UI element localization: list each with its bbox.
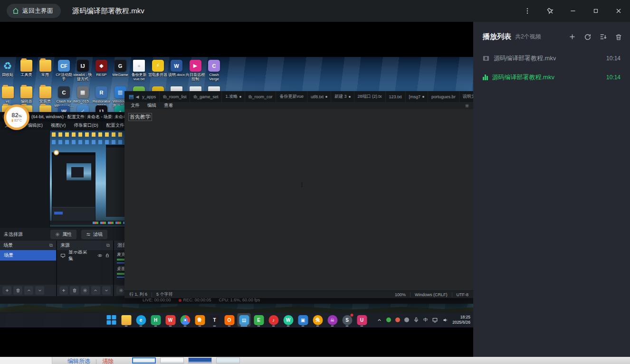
taskbar-icon-start [105,313,118,327]
obs-menu-item: 视图(V) [51,122,66,129]
maximize-button[interactable] [584,0,607,22]
taskbar-icon-chrome [179,313,192,327]
obs-no-source-label: 未选择源 [4,231,23,238]
notepad-tab: y_apps [139,91,160,102]
playlist-panel: 播放列表 共2个视频 源码编译部署教程.mkv10:14源码编译部署教程.mkv… [473,22,630,357]
line-ending: Windows (CRLF) [415,292,448,297]
notepad-statusbar: 行 1, 列 6 5 个字符 100% Windows (CRLF) UTF-8 [124,290,473,298]
desktop-icon-label: 向日葵远程控制 [186,73,205,82]
taskbar-icon-app-dark: T [208,313,221,327]
playlist-item[interactable]: 源码编译部署教程.mkv10:14 [473,49,630,68]
monitor-icon [60,253,66,258]
taskbar-icon-photos: ▣ [296,313,310,327]
sort-playlist-button[interactable] [599,33,607,41]
close-button[interactable] [607,0,630,22]
edge-icon: e [136,315,146,325]
obs-live-status: LIVE: 00:00:00 [143,298,171,302]
notepad-text: 首先教学 [128,113,152,121]
desktop-icon-doc-icon: ≡ [133,60,145,72]
desktop-icon: CClash for Windows… [55,86,74,108]
thumbnail[interactable] [188,357,212,364]
tray-gray-icon [404,317,409,322]
notepad-tabbar: ▤ ◀ y_appstb_room_listtb_game_set1.攻略tb_… [124,91,473,102]
desktop-icon-label: 安装类 [36,99,55,103]
desktop-icon-app-icon: W [171,60,182,72]
taskbar-icon-app-green: E [252,313,266,327]
playlist-item-duration: 10:14 [606,55,620,62]
running-indicator [228,326,231,327]
desktop-icon: vs [0,86,17,103]
clear-button[interactable]: 清除 [102,357,114,364]
back-to-main-button[interactable]: 返回主界面 [7,4,61,18]
clear-playlist-button[interactable] [615,33,622,41]
obs-scene-item: 场景 [0,250,56,261]
desktop-icon: ≡备份更新vue.txt [130,60,149,82]
desktop-icon-label: IMG_015… [73,99,92,103]
sort-icon [599,33,607,41]
pin-button[interactable] [539,0,562,22]
mini-obs-window [52,152,95,222]
notepad-menu-item: 文件 [131,103,140,109]
home-icon [12,8,19,14]
desktop-icon: CClash Verge [205,60,224,82]
edit-selected-button[interactable]: 编辑所选 [67,357,90,364]
video-frame: ♻回收站工具类常用CFCF活动助手IJidea64 - 快捷方式◆RESPGWe… [0,57,473,327]
taskbar-icon-app-h-green: H [149,313,162,327]
desktop-icon: ⚡雷电多开器 [148,60,167,77]
notification-dot [351,314,353,317]
obs-title-text: (64-bit, windows) - 配置文件: 未命名 - 场景: 未命名 [31,114,127,120]
notepad-tab: utf8.txt [307,91,331,102]
desktop-icon-folder-icon [20,86,32,98]
zoom-level: 100% [395,292,406,297]
windows-start-icon [107,315,116,325]
desktop-icon: 安装类 [36,86,55,103]
running-indicator [302,326,305,327]
notepad-tab: 28端口 (2).tx [354,91,386,102]
obs-source-item: 显示器采集 [57,250,113,261]
taskbar-icon-app-purple: ☠ [326,313,339,327]
desktop-icon-app-icon: C [58,86,70,98]
desktop-icon-label: Clash Verge [205,73,224,82]
tray-volume-icon [442,317,449,323]
taskbar-icon-app-red-circle: ♪ [267,313,280,327]
minimize-button[interactable] [562,0,584,22]
more-menu-button[interactable] [516,0,539,22]
desktop-icon-label: CF活动助手 [55,73,74,82]
source-down-button [102,286,111,295]
running-indicator [154,326,157,327]
steam-icon: S [342,315,352,325]
minimize-icon [569,7,577,15]
running-indicator [316,326,319,327]
running-indicator [287,326,290,327]
photos-icon: ▣ [298,315,308,325]
notepad-app-icon: ▤ [129,93,134,100]
running-indicator [258,326,260,327]
thumbnail[interactable] [216,357,240,364]
notepad-tab: 备份更新vue [276,91,307,102]
desktop-icon: RRestorator 2018 [92,86,111,108]
obs-rec-status: REC: 00:00:05 [179,298,211,302]
taskbar-icon-app-teal-circle: W [282,313,295,327]
add-video-button[interactable] [568,33,576,41]
playlist-title: 播放列表 [483,32,511,41]
desktop-icon-recycle-icon: ♻ [2,60,14,72]
desktop-icon-folder-icon [2,86,14,98]
taskbar-icon-steam: S [341,313,354,327]
running-indicator [331,326,334,327]
refresh-playlist-button[interactable] [584,33,592,41]
desktop-icon: GWeGame [111,60,130,77]
video-display-area[interactable]: ♻回收站工具类常用CFCF活动助手IJidea64 - 快捷方式◆RESPGWe… [0,22,473,357]
playlist-actions [568,33,622,41]
thumbnail-selected[interactable] [132,357,156,364]
system-tray: 中 18:25 2025/6/26 [377,312,470,327]
taskbar-icon-file-explorer [120,313,133,327]
unsaved-dot-icon [422,96,424,98]
depicted-notepad-window: ▤ ◀ y_appstb_room_listtb_game_set1.攻略tb_… [124,91,473,298]
thumbnail[interactable] [160,357,184,364]
source-add-button [59,286,68,295]
playlist-item[interactable]: 源码编译部署教程.mkv10:14 [473,68,630,87]
maximize-icon [592,8,599,14]
running-indicator [361,326,363,327]
unsaved-dot-icon [349,96,351,98]
desktop-icon-app-icon: ▶ [190,60,201,72]
